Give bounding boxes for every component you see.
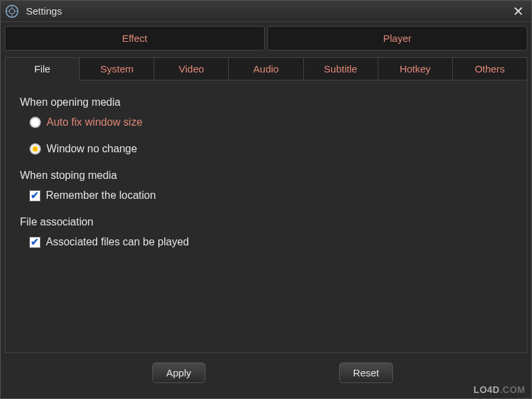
subtab-others[interactable]: Others [453, 57, 527, 80]
apply-button[interactable]: Apply [152, 362, 205, 383]
main-tab-row: Effect Player [1, 22, 531, 51]
content-panel: When opening media Auto fix window size … [5, 80, 527, 353]
close-button[interactable]: ✕ [509, 3, 527, 19]
watermark-suffix: .COM [499, 384, 525, 395]
subtab-file[interactable]: File [5, 57, 80, 80]
subtab-audio[interactable]: Audio [229, 57, 303, 80]
label-assoc: Associated files can be played [46, 236, 189, 248]
label-nochange: Window no change [47, 143, 137, 155]
subtab-video[interactable]: Video [154, 57, 229, 80]
subtab-subtitle[interactable]: Subtitle [304, 57, 378, 80]
option-autofix-row: Auto fix window size [29, 116, 512, 128]
option-assoc-row: ✔ Associated files can be played [29, 236, 512, 248]
label-autofix: Auto fix window size [47, 116, 142, 128]
option-remember-row: ✔ Remember the location [29, 190, 512, 201]
app-icon [5, 4, 19, 19]
watermark-brand: LO4D [473, 384, 499, 395]
radio-autofix[interactable] [29, 116, 41, 128]
subtab-system[interactable]: System [80, 57, 154, 80]
radio-nochange[interactable] [29, 143, 41, 155]
heading-opening: When opening media [20, 96, 512, 108]
checkbox-assoc[interactable]: ✔ [29, 237, 41, 248]
heading-stopping: When stoping media [20, 170, 512, 182]
watermark: LO4D.COM [473, 384, 525, 395]
tab-player[interactable]: Player [267, 26, 527, 51]
checkbox-remember[interactable]: ✔ [29, 190, 41, 201]
label-remember: Remember the location [46, 190, 156, 201]
button-row: Apply Reset [1, 357, 531, 383]
svg-point-1 [9, 9, 15, 14]
reset-button[interactable]: Reset [339, 362, 393, 383]
subtab-hotkey[interactable]: Hotkey [378, 57, 453, 80]
sub-tab-row: File System Video Audio Subtitle Hotkey … [1, 51, 531, 80]
option-nochange-row: Window no change [29, 143, 512, 155]
window-title: Settings [26, 5, 509, 17]
titlebar: Settings ✕ [1, 1, 531, 22]
tab-effect[interactable]: Effect [5, 26, 265, 51]
settings-window: Settings ✕ Effect Player File System Vid… [0, 0, 532, 399]
heading-association: File association [20, 216, 512, 228]
